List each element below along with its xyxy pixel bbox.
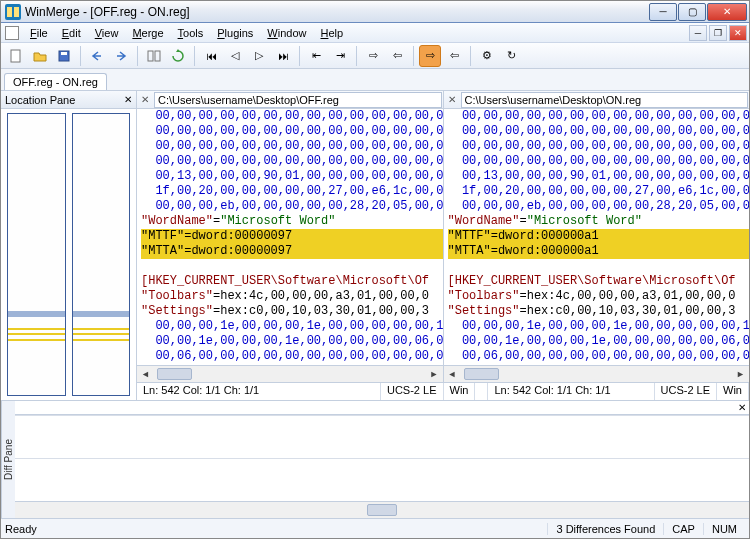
- save-button[interactable]: [53, 45, 75, 67]
- left-path-input[interactable]: C:\Users\username\Desktop\OFF.reg: [154, 92, 442, 108]
- options-button[interactable]: ⚙: [476, 45, 498, 67]
- undo-button[interactable]: [86, 45, 108, 67]
- right-editor: ✕ C:\Users\username\Desktop\ON.reg 00,00…: [444, 91, 750, 382]
- location-pane-close-icon[interactable]: ✕: [124, 94, 132, 105]
- document-tab[interactable]: OFF.reg - ON.reg: [4, 73, 107, 90]
- left-encoding: UCS-2 LE: [381, 383, 444, 400]
- mdi-restore-button[interactable]: ❐: [709, 25, 727, 41]
- right-code-area[interactable]: 00,00,00,00,00,00,00,00,00,00,00,00,00,0…: [444, 109, 750, 365]
- right-path-input[interactable]: C:\Users\username\Desktop\ON.reg: [461, 92, 749, 108]
- diff-pane-close-icon[interactable]: ✕: [738, 402, 746, 413]
- svg-rect-4: [155, 51, 160, 61]
- menubar: FileEditViewMergeToolsPluginsWindowHelp …: [1, 23, 749, 43]
- mdi-close-button[interactable]: ✕: [729, 25, 747, 41]
- window-close-button[interactable]: ✕: [707, 3, 747, 21]
- first-diff-button[interactable]: ⏮: [200, 45, 222, 67]
- prev-conflict-button[interactable]: ⇤: [305, 45, 327, 67]
- location-pane-title: Location Pane: [5, 94, 75, 106]
- right-cursor-pos: Ln: 542 Col: 1/1 Ch: 1/1: [488, 383, 654, 400]
- copy-left-button[interactable]: ⇦: [386, 45, 408, 67]
- location-pane: Location Pane ✕: [1, 91, 137, 400]
- right-hscrollbar[interactable]: ◄►: [444, 365, 750, 382]
- left-os: Win: [444, 383, 476, 400]
- left-code-area[interactable]: 00,00,00,00,00,00,00,00,00,00,00,00,00,0…: [137, 109, 443, 365]
- status-num: NUM: [703, 523, 745, 535]
- window-title: WinMerge - [OFF.reg - ON.reg]: [25, 5, 649, 19]
- window-maximize-button[interactable]: ▢: [678, 3, 706, 21]
- document-tabbar: OFF.reg - ON.reg: [1, 69, 749, 91]
- left-cursor-pos: Ln: 542 Col: 1/1 Ch: 1/1: [137, 383, 381, 400]
- menu-tools[interactable]: Tools: [171, 25, 211, 41]
- left-editor: ✕ C:\Users\username\Desktop\OFF.reg 00,0…: [137, 91, 444, 382]
- toolbar: ⏮ ◁ ▷ ⏭ ⇤ ⇥ ⇨ ⇦ ⇨ ⇦ ⚙ ↻: [1, 43, 749, 69]
- window-minimize-button[interactable]: ─: [649, 3, 677, 21]
- document-icon: [5, 26, 19, 40]
- copy-right-button[interactable]: ⇨: [362, 45, 384, 67]
- mdi-minimize-button[interactable]: ─: [689, 25, 707, 41]
- last-diff-button[interactable]: ⏭: [272, 45, 294, 67]
- menu-window[interactable]: Window: [260, 25, 313, 41]
- svg-rect-3: [148, 51, 153, 61]
- diff-pane-row-bottom[interactable]: [15, 458, 749, 501]
- left-hscrollbar[interactable]: ◄►: [137, 365, 443, 382]
- menu-view[interactable]: View: [88, 25, 126, 41]
- right-path-close-icon[interactable]: ✕: [444, 94, 460, 105]
- next-conflict-button[interactable]: ⇥: [329, 45, 351, 67]
- diff-pane-hscrollbar[interactable]: [15, 501, 749, 518]
- menu-help[interactable]: Help: [314, 25, 351, 41]
- menu-edit[interactable]: Edit: [55, 25, 88, 41]
- diff-tool-button[interactable]: [143, 45, 165, 67]
- diff-pane-tab[interactable]: Diff Pane: [1, 401, 15, 518]
- app-icon: [5, 4, 21, 20]
- redo-button[interactable]: [110, 45, 132, 67]
- open-button[interactable]: [29, 45, 51, 67]
- window-titlebar: WinMerge - [OFF.reg - ON.reg] ─ ▢ ✕: [1, 1, 749, 23]
- location-strip-left[interactable]: [7, 113, 66, 396]
- menu-file[interactable]: File: [23, 25, 55, 41]
- svg-rect-0: [11, 50, 20, 62]
- menu-merge[interactable]: Merge: [125, 25, 170, 41]
- right-encoding: UCS-2 LE: [655, 383, 718, 400]
- diff-pane-row-top[interactable]: [15, 415, 749, 458]
- status-ready: Ready: [5, 523, 37, 535]
- next-diff-button[interactable]: ▷: [248, 45, 270, 67]
- left-path-close-icon[interactable]: ✕: [137, 94, 153, 105]
- toggle-button[interactable]: ↻: [500, 45, 522, 67]
- right-os: Win: [717, 383, 749, 400]
- status-diff-count: 3 Differences Found: [547, 523, 663, 535]
- refresh-button[interactable]: [167, 45, 189, 67]
- app-statusbar: Ready 3 Differences Found CAP NUM: [1, 518, 749, 538]
- all-left-button[interactable]: ⇦: [443, 45, 465, 67]
- new-button[interactable]: [5, 45, 27, 67]
- menu-plugins[interactable]: Plugins: [210, 25, 260, 41]
- all-right-button[interactable]: ⇨: [419, 45, 441, 67]
- status-cap: CAP: [663, 523, 703, 535]
- editor-statusbar: Ln: 542 Col: 1/1 Ch: 1/1 UCS-2 LE Win Ln…: [137, 382, 749, 400]
- location-strip-right[interactable]: [72, 113, 131, 396]
- diff-pane: ✕: [15, 401, 749, 518]
- prev-diff-button[interactable]: ◁: [224, 45, 246, 67]
- svg-rect-2: [61, 52, 67, 55]
